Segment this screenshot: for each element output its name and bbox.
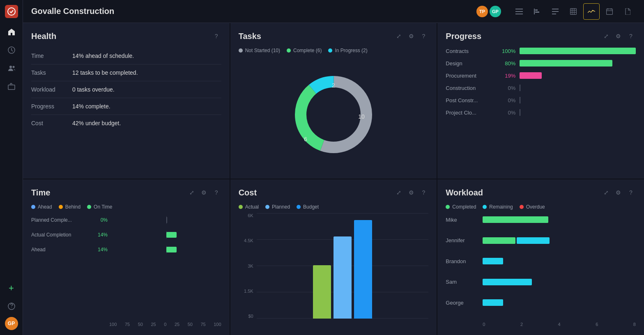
sidebar-item-people[interactable] — [4, 61, 19, 76]
time-label-actual: Actual Completion — [31, 232, 89, 238]
workload-rows: Mike Jennifer Brandon — [446, 216, 636, 327]
legend-budget: Budget — [297, 204, 319, 210]
nav-calendar[interactable] — [601, 3, 618, 20]
legend-label-planned: Planned — [272, 204, 290, 210]
workload-x-0: 0 — [483, 322, 485, 327]
svg-rect-10 — [535, 9, 538, 11]
workload-x-6: 6 — [596, 322, 598, 327]
nav-list[interactable] — [511, 3, 527, 20]
legend-completed: Completed — [446, 204, 476, 210]
svg-rect-13 — [552, 11, 559, 12]
progress-panel: Progress ⤢ ⚙ ? Contracts 100% Design — [437, 23, 644, 179]
legend-label-complete: Complete (6) — [293, 48, 322, 53]
workload-bar-george-remaining — [483, 299, 503, 306]
legend-overdue: Overdue — [520, 204, 545, 210]
progress-pct-post-constr: 0% — [499, 97, 515, 103]
time-help-icon[interactable]: ? — [212, 188, 221, 197]
cost-bar-actual — [313, 265, 331, 319]
progress-help-icon[interactable]: ? — [626, 31, 636, 41]
sidebar-item-help[interactable] — [4, 299, 19, 314]
cost-settings-icon[interactable]: ⚙ — [406, 188, 416, 197]
time-bar-planned — [112, 216, 221, 224]
legend-label-on-time: On Time — [94, 204, 112, 210]
progress-pct-project-clo: 0% — [499, 110, 515, 116]
svg-rect-14 — [552, 14, 556, 14]
sidebar-item-time[interactable] — [4, 43, 19, 57]
sidebar-item-portfolio[interactable] — [4, 79, 19, 94]
workload-bar-sam-remaining — [483, 279, 532, 285]
time-row-planned: Planned Comple... 0% — [31, 216, 221, 224]
tasks-panel: Tasks ⤢ ⚙ ? Not Started (10) Complete (6… — [230, 23, 437, 179]
progress-bar-post-constr — [520, 97, 636, 103]
cost-chart-area: 6K 4.5K 3K 1.5K $0 — [239, 213, 429, 327]
legend-dot-overdue — [520, 205, 524, 209]
time-x-100-right: 100 — [214, 322, 221, 327]
time-chart: Planned Comple... 0% Actual Completion 1… — [31, 216, 221, 315]
health-row-tasks: Tasks 12 tasks to be completed. — [31, 64, 221, 81]
page-title: Govalle Construction — [31, 7, 472, 16]
progress-row-contracts: Contracts 100% — [446, 48, 636, 54]
health-panel-header: Health ? — [31, 31, 221, 41]
cost-help-icon[interactable]: ? — [419, 188, 428, 197]
app-logo[interactable] — [5, 5, 18, 18]
progress-label-post-constr: Post Constr... — [446, 97, 495, 103]
tasks-expand-icon[interactable]: ⤢ — [394, 31, 404, 41]
progress-fill-design — [520, 60, 612, 67]
workload-legend: Completed Remaining Overdue — [446, 204, 636, 210]
legend-dot-complete — [287, 48, 291, 53]
time-settings-icon[interactable]: ⚙ — [199, 188, 209, 197]
time-bar-actual — [112, 231, 221, 239]
cost-y-15k: 1.5K — [239, 289, 253, 294]
tasks-title: Tasks — [239, 32, 261, 41]
progress-tick-construction — [520, 85, 520, 91]
avatar-tp[interactable]: TP — [476, 6, 488, 17]
tasks-help-icon[interactable]: ? — [419, 31, 428, 41]
nav-table[interactable] — [565, 3, 582, 20]
workload-bars-jennifer — [483, 237, 550, 244]
nav-board[interactable] — [547, 3, 564, 20]
cost-expand-icon[interactable]: ⤢ — [394, 188, 404, 197]
health-value-tasks: 12 tasks to be completed. — [72, 64, 221, 81]
time-expand-icon[interactable]: ⤢ — [187, 188, 197, 197]
cost-y-0: $0 — [239, 314, 253, 319]
time-pct-ahead: 14% — [93, 247, 108, 252]
cost-title: Cost — [239, 188, 257, 197]
progress-expand-icon[interactable]: ⤢ — [601, 31, 611, 41]
workload-expand-icon[interactable]: ⤢ — [601, 188, 611, 197]
legend-dot-actual — [239, 205, 243, 209]
workload-x-8: 8 — [633, 322, 636, 327]
workload-settings-icon[interactable]: ⚙ — [614, 188, 623, 197]
health-label-workload: Workload — [31, 81, 72, 98]
cost-y-axis: 6K 4.5K 3K 1.5K $0 — [239, 213, 253, 327]
nav-gantt[interactable] — [529, 3, 545, 20]
time-controls: ⤢ ⚙ ? — [187, 188, 221, 197]
legend-planned: Planned — [265, 204, 290, 210]
time-x-0: 0 — [164, 322, 166, 327]
time-x-25-right: 25 — [175, 322, 179, 327]
health-help-icon[interactable]: ? — [212, 31, 221, 41]
nav-dashboard[interactable] — [583, 3, 600, 20]
progress-pct-construction: 0% — [499, 85, 515, 91]
svg-rect-20 — [607, 9, 613, 14]
user-avatar[interactable]: GP — [5, 317, 18, 330]
legend-dot-on-time — [87, 205, 91, 209]
progress-row-design: Design 80% — [446, 60, 636, 67]
nav-file[interactable] — [619, 3, 636, 20]
progress-label-design: Design — [446, 60, 495, 67]
progress-row-construction: Construction 0% — [446, 85, 636, 91]
workload-x-axis: 0 2 4 6 8 — [446, 322, 636, 327]
tasks-settings-icon[interactable]: ⚙ — [406, 31, 416, 41]
health-table: Time 14% ahead of schedule. Tasks 12 tas… — [31, 48, 221, 131]
workload-chart-area: Mike Jennifer Brandon — [446, 216, 636, 327]
donut-label-6: 6 — [304, 136, 307, 142]
avatar-gp[interactable]: GP — [490, 6, 501, 17]
time-panel-header: Time ⤢ ⚙ ? — [31, 188, 221, 197]
workload-row-brandon: Brandon — [446, 258, 636, 264]
health-value-time: 14% ahead of schedule. — [72, 48, 221, 64]
progress-settings-icon[interactable]: ⚙ — [614, 31, 623, 41]
sidebar-item-home[interactable] — [4, 25, 19, 39]
sidebar-item-add[interactable]: + — [4, 281, 19, 296]
svg-point-2 — [9, 66, 12, 68]
time-x-50-left: 50 — [138, 322, 143, 327]
workload-help-icon[interactable]: ? — [626, 188, 636, 197]
